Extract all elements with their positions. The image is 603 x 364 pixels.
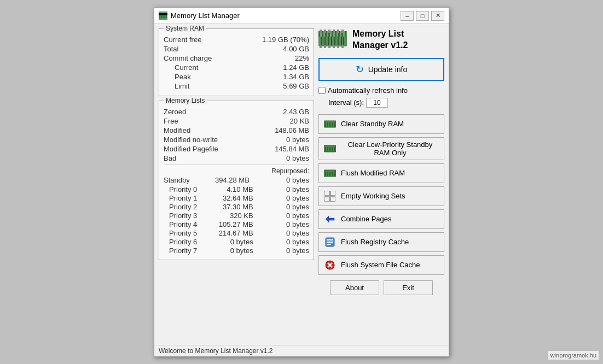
modified-nowrite-value: 0 bytes <box>286 136 309 144</box>
priority-0-val2: 0 bytes <box>256 185 309 193</box>
svg-rect-29 <box>337 45 339 48</box>
svg-rect-1 <box>159 13 167 15</box>
app-title-line2: Manager v1.2 <box>352 40 408 51</box>
minimize-button[interactable]: – <box>401 11 414 21</box>
priority-4-val1: 105.27 MB <box>199 220 253 228</box>
modified-label: Modified <box>164 126 190 134</box>
empty-working-sets-label: Empty Working Sets <box>341 192 405 200</box>
priority-5-val1: 214.67 MB <box>199 229 253 237</box>
free-row: Free 20 KB <box>164 117 309 125</box>
total-value: 4.00 GB <box>283 45 309 53</box>
svg-rect-28 <box>333 45 335 48</box>
update-info-button[interactable]: ↻ Update info <box>318 58 444 81</box>
interval-row: Interval (s): <box>318 98 444 108</box>
svg-rect-27 <box>328 45 331 48</box>
priority-6-label: Priority 6 <box>169 238 197 246</box>
priority-6-val1: 0 bytes <box>199 238 253 246</box>
priority-0-row: Priority 0 4.10 MB 0 bytes <box>164 185 309 193</box>
left-panel: System RAM Current free 1.19 GB (70%) To… <box>159 28 314 340</box>
current-row: Current 1.24 GB <box>164 63 309 72</box>
total-label: Total <box>164 45 178 53</box>
svg-rect-55 <box>327 242 333 243</box>
app-title-line1: Memory List <box>352 28 408 40</box>
right-panel: Memory List Manager v1.2 ↻ Update info A… <box>318 28 444 340</box>
priority-5-row: Priority 5 214.67 MB 0 bytes <box>164 229 309 237</box>
empty-working-sets-button[interactable]: Empty Working Sets <box>318 186 444 206</box>
repurposed-header-spacer <box>166 167 236 175</box>
memory-lists-title: Memory Lists <box>164 97 207 104</box>
auto-refresh-checkbox[interactable] <box>318 87 326 94</box>
exit-button[interactable]: Exit <box>384 280 433 295</box>
standby-row: Standby 394.28 MB 0 bytes <box>164 176 309 184</box>
combine-pages-icon <box>323 213 337 226</box>
peak-row: Peak 1.34 GB <box>164 73 309 81</box>
current-free-value: 1.19 GB (70%) <box>262 36 309 44</box>
interval-input[interactable] <box>366 98 388 108</box>
priority-6-val2: 0 bytes <box>256 238 309 246</box>
current-label: Current <box>175 63 198 72</box>
priority-7-val2: 0 bytes <box>256 246 309 255</box>
clear-standby-button[interactable]: Clear Standby RAM <box>318 114 444 134</box>
svg-rect-23 <box>337 30 339 33</box>
clear-standby-label: Clear Standby RAM <box>341 120 404 128</box>
svg-rect-54 <box>327 239 333 240</box>
about-button[interactable]: About <box>330 280 379 295</box>
maximize-button[interactable]: □ <box>416 11 429 21</box>
status-bar: Welcome to Memory List Manager v1.2 <box>154 345 449 356</box>
priority-0-label: Priority 0 <box>169 185 197 193</box>
combine-pages-button[interactable]: Combine Pages <box>318 209 444 229</box>
svg-rect-50 <box>331 191 335 196</box>
priority-7-label: Priority 7 <box>169 246 197 255</box>
svg-rect-25 <box>320 45 322 48</box>
app-title: Memory List Manager v1.2 <box>352 28 408 51</box>
priority-3-row: Priority 3 320 KB 0 bytes <box>164 212 309 220</box>
zeroed-label: Zeroed <box>164 108 186 116</box>
svg-rect-26 <box>324 45 326 48</box>
commit-charge-row: Commit charge 22% <box>164 54 309 62</box>
app-ram-icon <box>318 29 347 50</box>
clear-standby-icon <box>323 118 337 131</box>
zeroed-row: Zeroed 2.43 GB <box>164 108 309 116</box>
auto-refresh-row: Automatically refresh info <box>318 86 444 95</box>
commit-charge-value: 22% <box>295 54 309 62</box>
total-row: Total 4.00 GB <box>164 45 309 53</box>
svg-rect-24 <box>341 30 344 33</box>
update-btn-label: Update info <box>368 65 408 74</box>
flush-system-icon <box>323 259 337 272</box>
free-label: Free <box>164 117 178 125</box>
svg-rect-52 <box>331 197 335 202</box>
priority-2-val1: 37.30 MB <box>199 203 253 211</box>
current-value: 1.24 GB <box>283 63 309 72</box>
flush-system-file-cache-button[interactable]: Flush System File Cache <box>318 255 444 275</box>
clear-low-standby-label: Clear Low-Priority Standby RAM Only <box>341 140 439 157</box>
close-button[interactable]: ✕ <box>431 11 444 21</box>
priority-4-val2: 0 bytes <box>256 220 309 228</box>
bad-value: 0 bytes <box>286 154 309 162</box>
auto-refresh-label: Automatically refresh info <box>328 86 408 95</box>
clear-low-standby-button[interactable]: Clear Low-Priority Standby RAM Only <box>318 137 444 160</box>
modified-row: Modified 148.06 MB <box>164 126 309 134</box>
peak-value: 1.34 GB <box>283 73 309 81</box>
system-ram-title: System RAM <box>164 25 206 32</box>
priority-3-val1: 320 KB <box>199 212 253 220</box>
flush-registry-button[interactable]: Flush Registry Cache <box>318 232 444 252</box>
flush-registry-label: Flush Registry Cache <box>341 238 409 246</box>
status-text: Welcome to Memory List Manager v1.2 <box>159 347 273 355</box>
flush-registry-icon <box>323 236 337 249</box>
app-header: Memory List Manager v1.2 <box>318 28 444 51</box>
current-free-row: Current free 1.19 GB (70%) <box>164 36 309 44</box>
modified-pagefile-value: 145.84 MB <box>275 145 309 153</box>
system-ram-group: System RAM Current free 1.19 GB (70%) To… <box>159 28 314 96</box>
flush-modified-button[interactable]: Flush Modified RAM <box>318 163 444 183</box>
refresh-icon: ↻ <box>356 63 364 75</box>
clear-low-standby-icon <box>323 142 337 155</box>
flush-modified-icon <box>323 167 337 180</box>
priority-6-row: Priority 6 0 bytes 0 bytes <box>164 238 309 246</box>
svg-rect-19 <box>320 30 322 33</box>
bad-row: Bad 0 bytes <box>164 154 309 162</box>
zeroed-value: 2.43 GB <box>283 108 309 116</box>
modified-pagefile-row: Modified Pagefile 145.84 MB <box>164 145 309 153</box>
svg-rect-56 <box>327 244 331 245</box>
modified-value: 148.06 MB <box>275 126 309 134</box>
bad-label: Bad <box>164 154 176 162</box>
